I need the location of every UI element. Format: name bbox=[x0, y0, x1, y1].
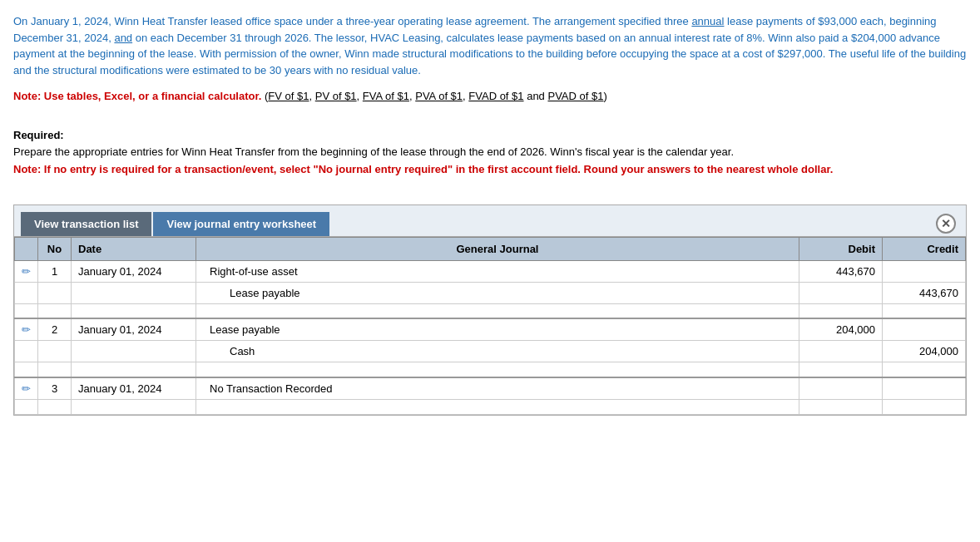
edit-cell-1b bbox=[15, 282, 38, 303]
col-gj-header: General Journal bbox=[196, 237, 799, 260]
row-date-2b bbox=[72, 341, 196, 362]
required-section: Required: Prepare the appropriate entrie… bbox=[13, 127, 967, 179]
journal-table-container: No Date General Journal Debit Credit ✏ 1… bbox=[13, 236, 967, 416]
row-gj-1: Right-of-use asset bbox=[196, 260, 799, 282]
row-no-2: 2 bbox=[38, 318, 72, 341]
row-date-3: January 01, 2024 bbox=[72, 377, 196, 400]
required-heading: Required: bbox=[13, 129, 64, 141]
row-debit-2b bbox=[799, 341, 883, 362]
close-button[interactable]: ✕ bbox=[936, 214, 956, 234]
edit-cell-2[interactable]: ✏ bbox=[15, 318, 38, 341]
table-row-spacer-2 bbox=[15, 362, 966, 377]
table-row: ✏ 1 January 01, 2024 Right-of-use asset … bbox=[15, 260, 966, 282]
row-no-1: 1 bbox=[38, 260, 72, 282]
row-gj-2b: Cash bbox=[196, 341, 799, 362]
row-date-2: January 01, 2024 bbox=[72, 318, 196, 341]
row-date-1b bbox=[72, 282, 196, 303]
row-no-2b bbox=[38, 341, 72, 362]
row-debit-1: 443,670 bbox=[799, 260, 883, 282]
close-icon: ✕ bbox=[941, 217, 951, 230]
row-date-1: January 01, 2024 bbox=[72, 260, 196, 282]
row-debit-3 bbox=[799, 377, 883, 400]
edit-cell-1[interactable]: ✏ bbox=[15, 260, 38, 282]
row-gj-2: Lease payable bbox=[196, 318, 799, 341]
row-debit-2: 204,000 bbox=[799, 318, 883, 341]
required-text: Prepare the appropriate entries for Winn… bbox=[13, 144, 967, 161]
edit-icon: ✏ bbox=[22, 323, 31, 336]
table-row: Lease payable 443,670 bbox=[15, 282, 966, 303]
table-row-spacer-1 bbox=[15, 303, 966, 318]
table-row: ✏ 2 January 01, 2024 Lease payable 204,0… bbox=[15, 318, 966, 341]
col-debit-header: Debit bbox=[799, 237, 883, 260]
row-credit-3 bbox=[883, 377, 966, 400]
row-no-3: 3 bbox=[38, 377, 72, 400]
table-row: Cash 204,000 bbox=[15, 341, 966, 362]
row-credit-1b: 443,670 bbox=[883, 282, 966, 303]
view-transaction-list-tab[interactable]: View transaction list bbox=[21, 212, 151, 236]
edit-icon: ✏ bbox=[22, 265, 31, 278]
row-gj-1b: Lease payable bbox=[196, 282, 799, 303]
row-debit-1b bbox=[799, 282, 883, 303]
table-row: ✏ 3 January 01, 2024 No Transaction Reco… bbox=[15, 377, 966, 400]
table-row-spacer-3 bbox=[15, 399, 966, 414]
row-credit-2 bbox=[883, 318, 966, 341]
tabs-bar: View transaction list View journal entry… bbox=[13, 204, 967, 236]
row-gj-3: No Transaction Recorded bbox=[196, 377, 799, 400]
col-edit-header bbox=[15, 237, 38, 260]
col-no-header: No bbox=[38, 237, 72, 260]
col-date-header: Date bbox=[72, 237, 196, 260]
journal-table: No Date General Journal Debit Credit ✏ 1… bbox=[14, 237, 966, 415]
required-note: Note: If no entry is required for a tran… bbox=[13, 161, 967, 179]
view-journal-entry-worksheet-tab[interactable]: View journal entry worksheet bbox=[153, 212, 329, 236]
edit-icon: ✏ bbox=[22, 382, 31, 395]
row-credit-1 bbox=[883, 260, 966, 282]
row-credit-2b: 204,000 bbox=[883, 341, 966, 362]
intro-note: Note: Use tables, Excel, or a financial … bbox=[13, 88, 967, 105]
edit-cell-3[interactable]: ✏ bbox=[15, 377, 38, 400]
row-no-1b bbox=[38, 282, 72, 303]
col-credit-header: Credit bbox=[883, 237, 966, 260]
edit-cell-2b bbox=[15, 341, 38, 362]
intro-paragraph: On January 1, 2024, Winn Heat Transfer l… bbox=[13, 13, 967, 78]
